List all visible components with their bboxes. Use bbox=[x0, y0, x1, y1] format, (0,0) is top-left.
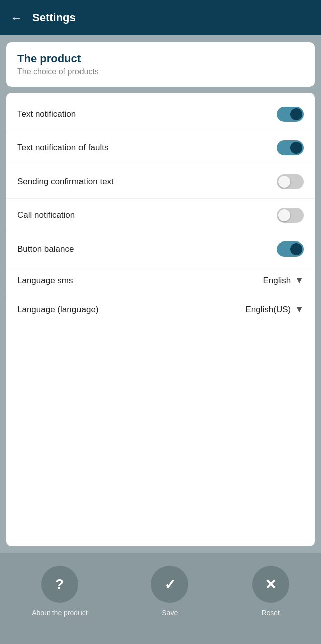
product-subtitle: The choice of products bbox=[17, 67, 304, 76]
toggle-button-balance[interactable] bbox=[277, 242, 304, 257]
setting-label-button-balance: Button balance bbox=[17, 244, 74, 254]
setting-label-text-notification: Text notification bbox=[17, 109, 76, 119]
chevron-down-icon: ▼ bbox=[295, 275, 304, 286]
bottom-btn-save[interactable]: ✓Save bbox=[151, 566, 188, 617]
dropdown-text-language-sms: English bbox=[263, 276, 291, 286]
dropdown-row-language-language[interactable]: Language (language)English(US)▼ bbox=[6, 295, 315, 324]
settings-card: Text notificationText notification of fa… bbox=[6, 93, 315, 546]
product-card: The product The choice of products bbox=[6, 42, 315, 87]
toggle-text-notification-faults[interactable] bbox=[277, 140, 304, 155]
dropdown-row-language-sms[interactable]: Language smsEnglish▼ bbox=[6, 266, 315, 295]
toggle-text-notification[interactable] bbox=[277, 107, 304, 122]
setting-label-sending-confirmation-text: Sending confirmation text bbox=[17, 177, 114, 187]
bottom-btn-reset[interactable]: ✕Reset bbox=[252, 566, 289, 617]
top-bar: ← Settings bbox=[0, 0, 321, 35]
toggle-sending-confirmation-text[interactable] bbox=[277, 174, 304, 189]
main-content: The product The choice of products Text … bbox=[0, 35, 321, 553]
dropdown-label-language-sms: Language sms bbox=[17, 276, 73, 286]
dropdown-value-language-language[interactable]: English(US)▼ bbox=[245, 304, 304, 315]
setting-label-call-notification: Call notification bbox=[17, 210, 75, 220]
bottom-btn-label-about-product: About the product bbox=[32, 609, 88, 617]
bottom-btn-icon-about-product: ? bbox=[41, 566, 78, 603]
bottom-btn-about-product[interactable]: ?About the product bbox=[32, 566, 88, 617]
setting-row-call-notification: Call notification bbox=[6, 199, 315, 232]
product-title: The product bbox=[17, 52, 304, 65]
bottom-btn-label-save: Save bbox=[162, 609, 178, 617]
setting-row-sending-confirmation-text: Sending confirmation text bbox=[6, 165, 315, 199]
bottom-bar: ?About the product✓Save✕Reset bbox=[0, 553, 321, 644]
dropdown-value-language-sms[interactable]: English▼ bbox=[263, 275, 304, 286]
setting-row-text-notification: Text notification bbox=[6, 98, 315, 131]
setting-row-text-notification-faults: Text notification of faults bbox=[6, 131, 315, 165]
dropdown-label-language-language: Language (language) bbox=[17, 305, 99, 315]
bottom-btn-icon-reset: ✕ bbox=[252, 566, 289, 603]
toggle-call-notification[interactable] bbox=[277, 208, 304, 223]
setting-label-text-notification-faults: Text notification of faults bbox=[17, 143, 108, 153]
dropdown-text-language-language: English(US) bbox=[245, 305, 291, 315]
page-title: Settings bbox=[32, 11, 76, 24]
bottom-btn-icon-save: ✓ bbox=[151, 566, 188, 603]
back-button[interactable]: ← bbox=[10, 11, 22, 25]
bottom-btn-label-reset: Reset bbox=[261, 609, 280, 617]
setting-row-button-balance: Button balance bbox=[6, 232, 315, 266]
chevron-down-icon: ▼ bbox=[295, 304, 304, 315]
